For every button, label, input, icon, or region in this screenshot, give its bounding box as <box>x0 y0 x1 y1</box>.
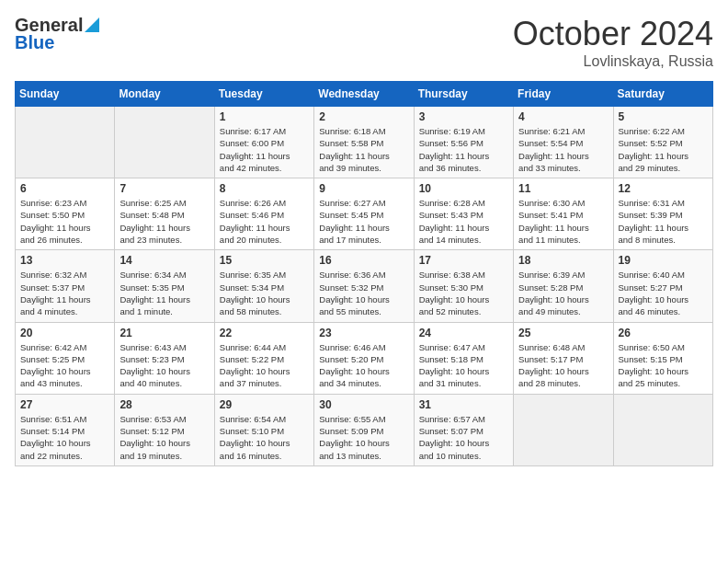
day-number: 6 <box>20 182 109 195</box>
cell-info: Sunrise: 6:25 AM Sunset: 5:48 PM Dayligh… <box>119 197 209 246</box>
calendar-cell: 1Sunrise: 6:17 AM Sunset: 6:00 PM Daylig… <box>214 107 313 178</box>
cell-info: Sunrise: 6:23 AM Sunset: 5:50 PM Dayligh… <box>20 197 109 246</box>
calendar-cell: 4Sunrise: 6:21 AM Sunset: 5:54 PM Daylig… <box>514 107 613 178</box>
logo: General Blue <box>15 15 99 53</box>
logo-triangle-icon <box>85 17 99 36</box>
cell-info: Sunrise: 6:28 AM Sunset: 5:43 PM Dayligh… <box>419 197 508 246</box>
calendar-cell: 7Sunrise: 6:25 AM Sunset: 5:48 PM Daylig… <box>115 178 214 250</box>
calendar-cell: 28Sunrise: 6:53 AM Sunset: 5:12 PM Dayli… <box>115 394 214 465</box>
calendar-week-row: 20Sunrise: 6:42 AM Sunset: 5:25 PM Dayli… <box>16 322 713 394</box>
cell-info: Sunrise: 6:34 AM Sunset: 5:35 PM Dayligh… <box>119 269 209 317</box>
month-title: October 2024 <box>513 15 713 53</box>
day-number: 9 <box>319 182 408 195</box>
calendar-cell: 23Sunrise: 6:46 AM Sunset: 5:20 PM Dayli… <box>314 322 414 394</box>
day-number: 7 <box>119 182 209 195</box>
cell-info: Sunrise: 6:57 AM Sunset: 5:07 PM Dayligh… <box>419 413 508 462</box>
calendar-cell: 17Sunrise: 6:38 AM Sunset: 5:30 PM Dayli… <box>414 250 513 322</box>
calendar-week-row: 27Sunrise: 6:51 AM Sunset: 5:14 PM Dayli… <box>16 394 713 465</box>
day-number: 10 <box>419 182 508 195</box>
day-number: 28 <box>119 398 209 411</box>
calendar-cell: 21Sunrise: 6:43 AM Sunset: 5:23 PM Dayli… <box>115 322 214 394</box>
day-number: 26 <box>619 327 708 339</box>
cell-info: Sunrise: 6:53 AM Sunset: 5:12 PM Dayligh… <box>119 413 209 462</box>
calendar-cell <box>514 394 613 465</box>
day-number: 25 <box>518 327 608 339</box>
calendar-cell: 6Sunrise: 6:23 AM Sunset: 5:50 PM Daylig… <box>16 178 115 250</box>
cell-info: Sunrise: 6:36 AM Sunset: 5:32 PM Dayligh… <box>319 269 408 317</box>
day-number: 16 <box>319 254 408 267</box>
cell-info: Sunrise: 6:44 AM Sunset: 5:22 PM Dayligh… <box>220 341 309 390</box>
cell-info: Sunrise: 6:35 AM Sunset: 5:34 PM Dayligh… <box>220 269 309 317</box>
day-number: 30 <box>319 398 408 411</box>
cell-info: Sunrise: 6:27 AM Sunset: 5:45 PM Dayligh… <box>319 197 408 246</box>
day-number: 19 <box>619 254 708 267</box>
day-number: 11 <box>518 182 608 195</box>
calendar-cell: 3Sunrise: 6:19 AM Sunset: 5:56 PM Daylig… <box>414 107 513 178</box>
cell-info: Sunrise: 6:26 AM Sunset: 5:46 PM Dayligh… <box>220 197 309 246</box>
calendar-cell: 30Sunrise: 6:55 AM Sunset: 5:09 PM Dayli… <box>314 394 414 465</box>
calendar-week-row: 6Sunrise: 6:23 AM Sunset: 5:50 PM Daylig… <box>16 178 713 250</box>
day-number: 12 <box>619 182 708 195</box>
cell-info: Sunrise: 6:18 AM Sunset: 5:58 PM Dayligh… <box>319 125 408 174</box>
day-number: 23 <box>319 327 408 339</box>
title-area: October 2024 Lovlinskaya, Russia <box>513 15 713 70</box>
calendar-cell: 31Sunrise: 6:57 AM Sunset: 5:07 PM Dayli… <box>414 394 513 465</box>
cell-info: Sunrise: 6:21 AM Sunset: 5:54 PM Dayligh… <box>518 125 608 174</box>
cell-info: Sunrise: 6:40 AM Sunset: 5:27 PM Dayligh… <box>619 269 708 317</box>
cell-info: Sunrise: 6:55 AM Sunset: 5:09 PM Dayligh… <box>319 413 408 462</box>
calendar-cell: 15Sunrise: 6:35 AM Sunset: 5:34 PM Dayli… <box>214 250 313 322</box>
cell-info: Sunrise: 6:31 AM Sunset: 5:39 PM Dayligh… <box>619 197 708 246</box>
weekday-header: Friday <box>514 82 613 107</box>
cell-info: Sunrise: 6:54 AM Sunset: 5:10 PM Dayligh… <box>220 413 309 462</box>
calendar-cell: 19Sunrise: 6:40 AM Sunset: 5:27 PM Dayli… <box>613 250 712 322</box>
day-number: 22 <box>220 327 309 339</box>
day-number: 18 <box>518 254 608 267</box>
day-number: 3 <box>419 110 508 123</box>
calendar-cell: 18Sunrise: 6:39 AM Sunset: 5:28 PM Dayli… <box>514 250 613 322</box>
calendar-cell: 27Sunrise: 6:51 AM Sunset: 5:14 PM Dayli… <box>16 394 115 465</box>
cell-info: Sunrise: 6:46 AM Sunset: 5:20 PM Dayligh… <box>319 341 408 390</box>
calendar-cell: 10Sunrise: 6:28 AM Sunset: 5:43 PM Dayli… <box>414 178 513 250</box>
svg-marker-0 <box>85 17 99 32</box>
day-number: 20 <box>20 327 109 339</box>
cell-info: Sunrise: 6:50 AM Sunset: 5:15 PM Dayligh… <box>619 341 708 390</box>
cell-info: Sunrise: 6:39 AM Sunset: 5:28 PM Dayligh… <box>518 269 608 317</box>
cell-info: Sunrise: 6:38 AM Sunset: 5:30 PM Dayligh… <box>419 269 508 317</box>
weekday-header: Sunday <box>16 82 115 107</box>
weekday-header: Thursday <box>414 82 513 107</box>
cell-info: Sunrise: 6:22 AM Sunset: 5:52 PM Dayligh… <box>619 125 708 174</box>
day-number: 8 <box>220 182 309 195</box>
calendar-cell: 26Sunrise: 6:50 AM Sunset: 5:15 PM Dayli… <box>613 322 712 394</box>
day-number: 1 <box>220 110 309 123</box>
location-text: Lovlinskaya, Russia <box>513 53 713 70</box>
cell-info: Sunrise: 6:17 AM Sunset: 6:00 PM Dayligh… <box>220 125 309 174</box>
weekday-header: Monday <box>115 82 214 107</box>
calendar-table: SundayMondayTuesdayWednesdayThursdayFrid… <box>15 81 713 466</box>
weekday-header: Wednesday <box>314 82 414 107</box>
calendar-cell: 22Sunrise: 6:44 AM Sunset: 5:22 PM Dayli… <box>214 322 313 394</box>
weekday-header: Saturday <box>613 82 712 107</box>
calendar-cell: 11Sunrise: 6:30 AM Sunset: 5:41 PM Dayli… <box>514 178 613 250</box>
day-number: 14 <box>119 254 209 267</box>
weekday-header: Tuesday <box>214 82 313 107</box>
calendar-cell <box>115 107 214 178</box>
cell-info: Sunrise: 6:47 AM Sunset: 5:18 PM Dayligh… <box>419 341 508 390</box>
calendar-cell: 14Sunrise: 6:34 AM Sunset: 5:35 PM Dayli… <box>115 250 214 322</box>
day-number: 15 <box>220 254 309 267</box>
calendar-cell: 20Sunrise: 6:42 AM Sunset: 5:25 PM Dayli… <box>16 322 115 394</box>
calendar-cell: 2Sunrise: 6:18 AM Sunset: 5:58 PM Daylig… <box>314 107 414 178</box>
day-number: 31 <box>419 398 508 411</box>
calendar-header-row: SundayMondayTuesdayWednesdayThursdayFrid… <box>16 82 713 107</box>
calendar-week-row: 1Sunrise: 6:17 AM Sunset: 6:00 PM Daylig… <box>16 107 713 178</box>
calendar-cell: 5Sunrise: 6:22 AM Sunset: 5:52 PM Daylig… <box>613 107 712 178</box>
calendar-cell: 9Sunrise: 6:27 AM Sunset: 5:45 PM Daylig… <box>314 178 414 250</box>
cell-info: Sunrise: 6:43 AM Sunset: 5:23 PM Dayligh… <box>119 341 209 390</box>
calendar-cell: 13Sunrise: 6:32 AM Sunset: 5:37 PM Dayli… <box>16 250 115 322</box>
day-number: 29 <box>220 398 309 411</box>
day-number: 27 <box>20 398 109 411</box>
calendar-cell: 24Sunrise: 6:47 AM Sunset: 5:18 PM Dayli… <box>414 322 513 394</box>
day-number: 4 <box>518 110 608 123</box>
day-number: 21 <box>119 327 209 339</box>
cell-info: Sunrise: 6:19 AM Sunset: 5:56 PM Dayligh… <box>419 125 508 174</box>
day-number: 2 <box>319 110 408 123</box>
